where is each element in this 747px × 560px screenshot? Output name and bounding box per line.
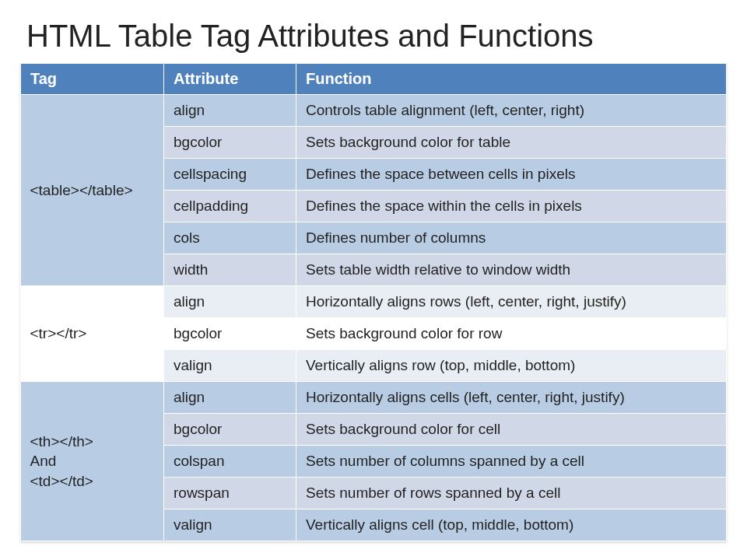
attr-cell: bgcolor [164,318,296,350]
func-cell: Defines the space within the cells in pi… [296,191,727,222]
header-function: Function [296,64,727,95]
attr-cell: align [164,286,296,318]
func-cell: Vertically aligns cell (top, middle, bot… [296,509,727,541]
attr-cell: bgcolor [164,127,296,159]
func-cell: Sets background color for cell [296,414,727,446]
attributes-table: Tag Attribute Function <table></table> a… [20,63,727,541]
func-cell: Sets number of columns spanned by a cell [296,446,727,478]
func-cell: Horizontally aligns rows (left, center, … [296,286,727,318]
attr-cell: rowspan [164,478,296,509]
func-cell: Controls table alignment (left, center, … [296,95,727,127]
table-header-row: Tag Attribute Function [21,64,727,95]
func-cell: Sets table width relative to window widt… [296,254,727,286]
header-attribute: Attribute [164,64,296,95]
func-cell: Defines number of columns [296,222,727,254]
func-cell: Defines the space between cells in pixel… [296,159,727,191]
table-row: <tr></tr> align Horizontally aligns rows… [21,286,727,318]
table-row: <th></th> And <td></td> align Horizontal… [21,382,727,414]
attr-cell: cols [164,222,296,254]
tag-cell-th-td: <th></th> And <td></td> [21,382,164,541]
func-cell: Vertically aligns row (top, middle, bott… [296,350,727,382]
attr-cell: bgcolor [164,414,296,446]
attr-cell: valign [164,350,296,382]
func-cell: Horizontally aligns cells (left, center,… [296,382,727,414]
func-cell: Sets background color for table [296,127,727,159]
attr-cell: align [164,95,296,127]
tag-cell-table: <table></table> [21,95,164,286]
tag-cell-tr: <tr></tr> [21,286,164,382]
attr-cell: cellspacing [164,159,296,191]
attr-cell: valign [164,509,296,541]
func-cell: Sets background color for row [296,318,727,350]
func-cell: Sets number of rows spanned by a cell [296,478,727,509]
table-row: <table></table> align Controls table ali… [21,95,727,127]
attr-cell: width [164,254,296,286]
attr-cell: colspan [164,446,296,478]
slide-title: HTML Table Tag Attributes and Functions [0,0,747,63]
attr-cell: align [164,382,296,414]
attr-cell: cellpadding [164,191,296,222]
header-tag: Tag [21,64,164,95]
